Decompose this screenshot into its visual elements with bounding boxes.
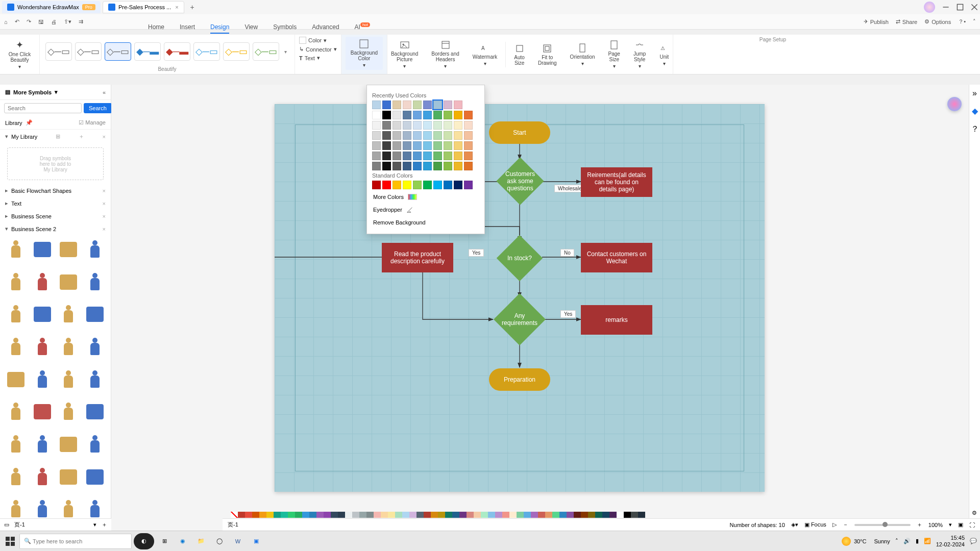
color-swatch[interactable] — [413, 101, 422, 109]
color-swatch[interactable] — [423, 141, 432, 150]
palette-swatch[interactable] — [631, 512, 638, 518]
symbol-thumb[interactable] — [4, 498, 28, 520]
symbol-thumb[interactable] — [4, 368, 28, 391]
palette-swatch[interactable] — [531, 512, 538, 518]
color-swatch[interactable] — [382, 111, 391, 119]
style-preset-8[interactable]: ◇─▭ — [253, 42, 279, 61]
palette-swatch[interactable] — [509, 512, 517, 518]
manage-link[interactable]: ☑ Manage — [79, 119, 106, 126]
page[interactable]: Start Customers ask some questions Whole… — [275, 104, 765, 492]
collapse-ribbon-icon[interactable]: ˄ — [973, 18, 976, 25]
taskbar-search[interactable]: 🔍 Type here to search — [19, 534, 132, 549]
minimize-icon[interactable] — [942, 4, 949, 11]
color-swatch[interactable] — [403, 131, 411, 140]
color-swatch[interactable] — [393, 162, 401, 170]
color-swatch[interactable] — [372, 131, 381, 140]
symbol-search-button[interactable]: Search — [84, 103, 112, 113]
color-swatch[interactable] — [433, 131, 442, 140]
background-color-button[interactable]: Background Color▾ — [346, 37, 383, 70]
node-requirements-details[interactable]: Reirements(all details can be found on d… — [581, 167, 652, 197]
palette-swatch[interactable] — [602, 512, 609, 518]
menu-symbols[interactable]: Symbols — [273, 23, 297, 34]
lib-close-icon[interactable]: × — [103, 134, 106, 140]
palette-swatch[interactable] — [302, 512, 309, 518]
color-swatch[interactable] — [454, 141, 462, 150]
color-swatch[interactable] — [464, 111, 473, 119]
color-swatch[interactable] — [393, 131, 401, 140]
symbol-thumb[interactable] — [57, 368, 81, 391]
tab-close-icon[interactable]: × — [175, 4, 178, 10]
palette-swatch[interactable] — [481, 512, 488, 518]
color-swatch[interactable] — [444, 181, 452, 189]
zoom-out-button[interactable]: － — [843, 521, 848, 529]
color-swatch[interactable] — [444, 152, 452, 160]
qat-more-icon[interactable]: ⇉ — [79, 18, 83, 25]
color-swatch[interactable] — [454, 121, 462, 130]
color-swatch[interactable] — [413, 141, 422, 150]
color-swatch[interactable] — [393, 152, 401, 160]
palette-swatch[interactable] — [402, 512, 409, 518]
palette-swatch[interactable] — [409, 512, 416, 518]
color-swatch[interactable] — [423, 121, 432, 130]
more-colors-button[interactable]: More Colors — [372, 191, 479, 203]
color-swatch[interactable] — [464, 121, 473, 130]
color-swatch[interactable] — [403, 101, 411, 109]
unit-button[interactable]: ⚠Unit▾ — [654, 41, 674, 68]
color-swatch[interactable] — [423, 101, 432, 109]
palette-swatch[interactable] — [545, 512, 552, 518]
page-tab[interactable]: 页-1 — [228, 521, 238, 529]
palette-swatch[interactable] — [552, 512, 559, 518]
palette-swatch[interactable] — [338, 512, 345, 518]
color-swatch[interactable] — [444, 141, 452, 150]
print-icon[interactable]: 🖨 — [51, 19, 57, 25]
close-window-icon[interactable] — [971, 4, 978, 11]
right-help-icon[interactable]: ？ — [971, 124, 979, 135]
color-swatch[interactable] — [403, 111, 411, 119]
export-icon[interactable]: ⇪▾ — [64, 18, 71, 25]
presentation-icon[interactable]: ▷ — [832, 521, 837, 528]
palette-swatch[interactable] — [638, 512, 645, 518]
copilot-icon[interactable]: ◐ — [134, 533, 154, 549]
color-swatch[interactable] — [423, 152, 432, 160]
symbol-thumb[interactable] — [83, 303, 107, 325]
maximize-icon[interactable] — [957, 4, 964, 11]
style-preset-2[interactable]: ◇─▭ — [75, 42, 102, 61]
color-swatch[interactable] — [433, 101, 442, 109]
symbol-thumb[interactable] — [57, 498, 81, 520]
menu-advanced[interactable]: Advanced — [312, 23, 339, 34]
undo-icon[interactable]: ↶ — [15, 18, 19, 25]
palette-swatch[interactable] — [316, 512, 324, 518]
palette-swatch[interactable] — [424, 512, 431, 518]
color-swatch[interactable] — [413, 121, 422, 130]
start-button[interactable] — [3, 534, 17, 548]
palette-swatch[interactable] — [374, 512, 381, 518]
fit-drawing-button[interactable]: Fit to Drawing — [533, 41, 562, 68]
tray-battery-icon[interactable]: ▮ — [916, 538, 919, 544]
symbol-thumb[interactable] — [57, 238, 81, 261]
symbol-search-input[interactable] — [4, 103, 82, 113]
symbol-thumb[interactable] — [4, 433, 28, 456]
color-swatch[interactable] — [382, 101, 391, 109]
palette-swatch[interactable] — [524, 512, 531, 518]
notifications-icon[interactable]: 💬 — [970, 538, 977, 544]
symbol-thumb[interactable] — [83, 433, 107, 456]
symbol-thumb[interactable] — [83, 336, 107, 358]
publish-button[interactable]: ✈Publish — [864, 18, 889, 25]
style-gallery-more[interactable]: ▾ — [282, 49, 289, 55]
color-swatch[interactable] — [444, 101, 452, 109]
menu-home[interactable]: Home — [148, 23, 164, 34]
color-swatch[interactable] — [372, 162, 381, 170]
color-swatch[interactable] — [403, 162, 411, 170]
color-swatch[interactable] — [372, 111, 381, 119]
color-swatch[interactable] — [454, 111, 462, 119]
color-swatch[interactable] — [413, 162, 422, 170]
palette-swatch[interactable] — [295, 512, 302, 518]
color-swatch[interactable] — [372, 121, 381, 130]
palette-swatch[interactable] — [567, 512, 574, 518]
palette-swatch[interactable] — [381, 512, 388, 518]
color-swatch[interactable] — [454, 152, 462, 160]
node-read-description[interactable]: Read the product description carefully — [382, 243, 453, 272]
symbol-thumb[interactable] — [31, 336, 54, 358]
palette-swatch[interactable] — [281, 512, 288, 518]
one-click-beautify-button[interactable]: ✦One Click Beautify▾ — [9, 39, 31, 69]
